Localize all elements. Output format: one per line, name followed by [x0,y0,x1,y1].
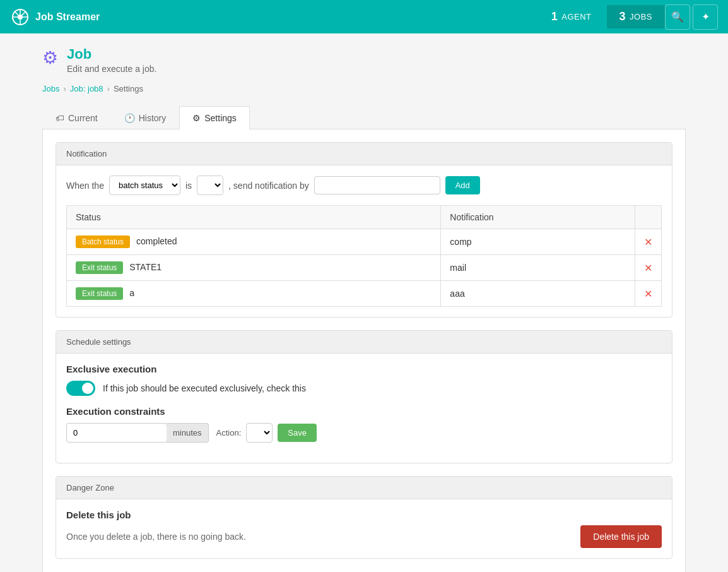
table-header-row: Status Notification [67,206,662,229]
action-label: Action: [216,428,242,438]
danger-title: Danger Zone [66,483,114,492]
status-badge: Batch status [76,235,130,248]
danger-section-body: Delete this job Once you delete a job, t… [56,499,672,558]
notification-section-header: Notification [56,143,672,165]
danger-section-header: Danger Zone [56,477,672,499]
is-label: is [185,181,192,191]
tab-history[interactable]: 🕐 History [111,106,180,129]
agent-label: AGENT [561,12,591,21]
tab-bar: 🏷 Current 🕐 History ⚙ Settings [42,106,686,129]
exclusive-title: Exclusive execution [66,364,662,374]
search-icon: 🔍 [671,11,684,23]
status-value-select[interactable] [197,176,223,195]
schedule-section-header: Schedule settings [56,331,672,354]
breadcrumb-jobs[interactable]: Jobs [42,84,59,93]
page-header: ⚙ Job Edit and execute a job. [42,46,686,74]
delete-row-button[interactable]: ✕ [644,262,652,274]
gear-icon: ⚙ [192,113,201,123]
breadcrumb: Jobs › Job: job8 › Settings [42,84,686,93]
constraints-minutes-input[interactable] [66,423,167,443]
clock-icon: 🕐 [124,113,135,123]
breadcrumb-current: Settings [114,84,143,93]
breadcrumb-sep-1: › [63,84,66,93]
tab-current-label: Current [68,113,98,123]
notification-table-head: Status Notification [67,206,662,229]
brand-logo [10,7,30,27]
status-column-header: Status [67,206,441,229]
minutes-unit: minutes [167,423,209,443]
notification-value: aaa [450,289,464,299]
send-label: , send notification by [228,181,309,191]
nav-agent[interactable]: 1 AGENT [539,5,604,28]
main-content: ⚙ Job Edit and execute a job. Jobs › Job… [17,33,711,572]
status-cell: Exit status a [67,281,441,307]
page-header-text: Job Edit and execute a job. [67,46,156,74]
status-type-select[interactable]: batch status exit status [109,176,180,195]
notification-table: Status Notification Batch status complet… [66,205,662,307]
delete-job-title: Delete this job [66,509,662,520]
brand-name: Job Streamer [35,11,100,23]
settings-button[interactable]: ✦ [693,4,718,30]
schedule-section-body: Exclusive execution If this job should b… [56,354,672,463]
tag-icon: 🏷 [56,113,64,123]
actions-cell: ✕ [635,281,662,307]
main-nav: 1 AGENT 3 JOBS [539,5,665,28]
add-notification-button[interactable]: Add [445,176,480,194]
table-row: Batch status completed comp ✕ [67,229,662,255]
status-value: a [129,288,134,298]
notification-value: comp [450,237,471,247]
page-icon: ⚙ [42,47,58,68]
exclusive-toggle[interactable] [66,381,95,396]
header-icons: 🔍 ✦ [665,4,718,30]
tab-current[interactable]: 🏷 Current [42,106,111,129]
notification-value: mail [450,263,466,273]
agent-count: 1 [551,10,558,23]
save-constraints-button[interactable]: Save [278,424,317,442]
actions-cell: ✕ [635,255,662,281]
breadcrumb-job8[interactable]: Job: job8 [70,84,103,93]
jobs-count: 3 [619,10,626,23]
notification-title: Notification [66,149,107,158]
brand: Job Streamer [10,7,539,27]
status-cell: Batch status completed [67,229,441,255]
action-select[interactable] [246,423,273,443]
schedule-section: Schedule settings Exclusive execution If… [56,330,672,463]
notification-form: When the batch status exit status is , s… [66,176,662,195]
delete-job-button[interactable]: Delete this job [580,525,662,548]
search-button[interactable]: 🔍 [665,4,690,30]
status-badge: Exit status [76,287,123,300]
toggle-slider [66,381,95,396]
tab-history-label: History [139,113,167,123]
constraints-title: Execution constraints [66,406,662,417]
status-cell: Exit status STATE1 [67,255,441,281]
table-row: Exit status STATE1 mail ✕ [67,255,662,281]
constraints-row: minutes Action: Save [66,423,662,443]
actions-cell: ✕ [635,229,662,255]
notification-channel-input[interactable] [314,176,440,194]
constraints-group: Execution constraints minutes Action: Sa… [66,406,662,443]
exclusive-description: If this job should be executed exclusive… [103,383,306,393]
breadcrumb-sep-2: › [107,84,110,93]
notification-cell: mail [441,255,635,281]
table-row: Exit status a aaa ✕ [67,281,662,307]
nav-jobs[interactable]: 3 JOBS [607,5,665,28]
delete-row-button[interactable]: ✕ [644,236,652,248]
status-value: STATE1 [129,262,161,272]
notification-column-header: Notification [441,206,635,229]
tab-settings[interactable]: ⚙ Settings [179,106,250,129]
danger-section: Danger Zone Delete this job Once you del… [56,476,672,559]
status-badge: Exit status [76,261,123,274]
notification-cell: aaa [441,281,635,307]
app-header: Job Streamer 1 AGENT 3 JOBS 🔍 ✦ [0,0,728,33]
jobs-label: JOBS [630,12,652,21]
danger-description: Once you delete a job, there is no going… [66,532,246,542]
settings-icon: ✦ [702,11,710,23]
actions-column-header [635,206,662,229]
delete-row-button[interactable]: ✕ [644,288,652,300]
when-the-label: When the [66,181,104,191]
status-value: completed [136,236,177,246]
tab-settings-label: Settings [204,113,237,123]
notification-section: Notification When the batch status exit … [56,142,672,318]
notification-cell: comp [441,229,635,255]
page-subtitle: Edit and execute a job. [67,64,156,74]
